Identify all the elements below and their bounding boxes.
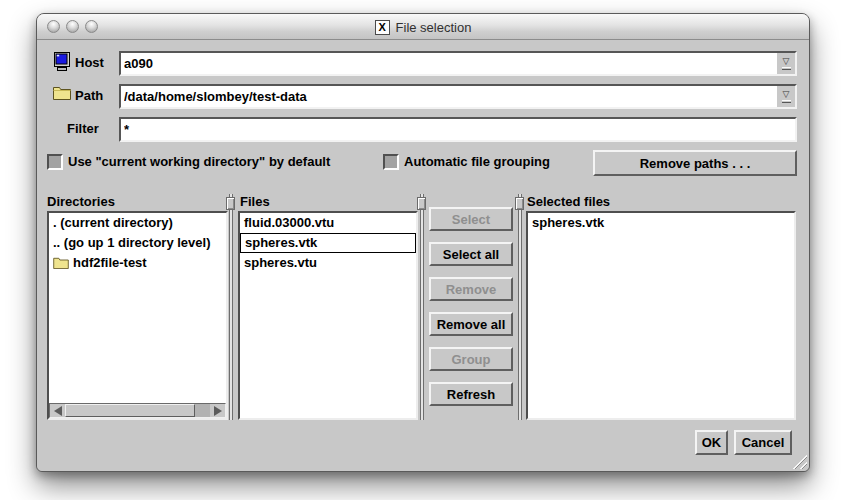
path-combobox: ▽ <box>119 84 797 109</box>
selected-files-label: Selected files <box>527 192 610 212</box>
file-item-label: spheres.vtu <box>244 253 317 273</box>
resize-grip[interactable] <box>792 454 807 469</box>
file-item-label: fluid.03000.vtu <box>244 213 334 233</box>
host-input[interactable] <box>121 53 777 74</box>
titlebar[interactable]: X File selection <box>37 14 809 40</box>
triangle-left-icon <box>54 406 62 416</box>
triangle-right-icon <box>214 406 222 416</box>
dropdown-dash <box>782 100 791 103</box>
chevron-down-icon: ▽ <box>783 57 790 66</box>
splitter-directories-files[interactable] <box>229 194 233 420</box>
file-item[interactable]: fluid.03000.vtu <box>240 213 416 233</box>
ok-button[interactable]: OK <box>695 430 728 455</box>
file-item-focused[interactable]: spheres.vtk <box>240 233 416 253</box>
directory-item[interactable]: .. (go up 1 directory level) <box>49 233 226 253</box>
path-dropdown-button[interactable]: ▽ <box>777 86 795 107</box>
filter-input[interactable] <box>121 119 795 140</box>
directory-item[interactable]: hdf2file-test <box>49 253 226 273</box>
window-title: File selection <box>396 20 472 35</box>
host-dropdown-button[interactable]: ▽ <box>777 53 795 74</box>
dropdown-dash <box>782 67 791 70</box>
folder-icon <box>53 257 69 269</box>
directories-list: . (current directory) .. (go up 1 direct… <box>47 211 228 420</box>
horizontal-scrollbar[interactable] <box>49 403 226 418</box>
title-area: X File selection <box>37 14 809 40</box>
scroll-right-button[interactable] <box>210 404 225 417</box>
auto-grouping-label: Automatic file grouping <box>404 152 550 172</box>
files-list: fluid.03000.vtu spheres.vtk spheres.vtu <box>238 211 418 420</box>
select-all-button[interactable]: Select all <box>429 242 513 266</box>
use-cwd-checkbox[interactable] <box>47 154 63 170</box>
folder-icon <box>53 86 71 100</box>
scroll-left-button[interactable] <box>50 404 65 417</box>
file-item-label: spheres.vtk <box>245 234 317 252</box>
x11-app-icon: X <box>375 20 390 35</box>
selected-file-item[interactable]: spheres.vtk <box>528 213 794 233</box>
host-combobox: ▽ <box>119 51 797 76</box>
files-label: Files <box>240 192 270 212</box>
splitter-grip[interactable] <box>226 197 235 210</box>
directory-item-label: hdf2file-test <box>73 253 147 273</box>
splitter-grip[interactable] <box>417 197 426 210</box>
dialog-body: Host ▽ Path ▽ Filter <box>37 40 809 471</box>
directories-label: Directories <box>47 192 115 212</box>
auto-grouping-checkbox[interactable] <box>383 154 399 170</box>
use-cwd-label: Use "current working directory" by defau… <box>68 152 330 172</box>
directory-item[interactable]: . (current directory) <box>49 213 226 233</box>
remove-paths-button[interactable]: Remove paths . . . <box>593 150 797 176</box>
directory-item-label: .. (go up 1 directory level) <box>53 233 210 253</box>
path-input[interactable] <box>121 86 777 107</box>
file-selection-window: X File selection Host ▽ <box>36 13 810 472</box>
directory-item-label: . (current directory) <box>53 213 173 233</box>
filter-field <box>119 117 797 142</box>
splitter-files-actions[interactable] <box>420 194 424 420</box>
cancel-button[interactable]: Cancel <box>734 430 792 455</box>
scrollbar-thumb[interactable] <box>65 404 195 417</box>
splitter-grip[interactable] <box>515 197 524 210</box>
chevron-down-icon: ▽ <box>783 90 790 99</box>
host-label: Host <box>75 53 104 73</box>
filter-label: Filter <box>67 119 99 139</box>
remove-all-button[interactable]: Remove all <box>429 312 513 336</box>
path-label: Path <box>75 86 103 106</box>
selected-files-list: spheres.vtk <box>526 211 796 420</box>
splitter-actions-selected[interactable] <box>518 194 522 420</box>
remove-button[interactable]: Remove <box>429 277 513 301</box>
file-item[interactable]: spheres.vtu <box>240 253 416 273</box>
group-button[interactable]: Group <box>429 347 513 371</box>
selected-file-item-label: spheres.vtk <box>532 213 604 233</box>
refresh-button[interactable]: Refresh <box>429 382 513 406</box>
host-monitor-icon <box>53 52 73 72</box>
select-button[interactable]: Select <box>429 207 513 231</box>
